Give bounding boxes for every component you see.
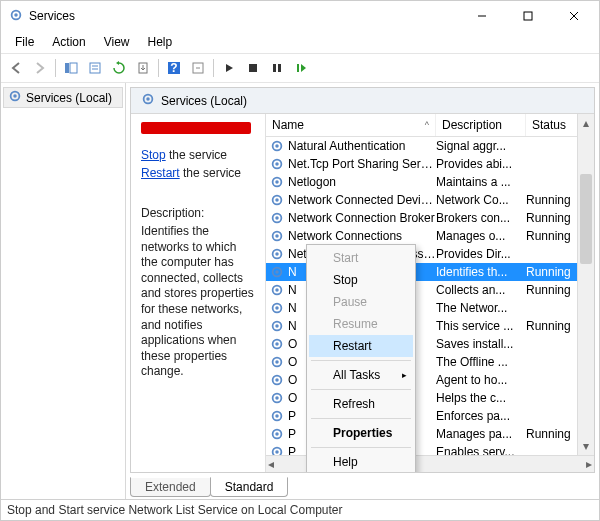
ctx-stop[interactable]: Stop [309,269,413,291]
cell-description: Maintains a ... [436,175,526,189]
svg-point-26 [275,162,279,166]
gear-icon [270,193,284,207]
action-button[interactable] [187,57,209,79]
tab-standard[interactable]: Standard [210,477,289,497]
svg-point-54 [275,414,279,418]
svg-point-50 [275,378,279,382]
table-row[interactable]: Network Connection BrokerBrokers con...R… [266,209,594,227]
ctx-help[interactable]: Help [309,451,413,472]
svg-point-1 [14,13,18,17]
svg-point-52 [275,396,279,400]
svg-rect-3 [524,12,532,20]
svg-point-32 [275,216,279,220]
ctx-all-tasks[interactable]: All Tasks▸ [309,364,413,386]
view-tabs: Extended Standard [126,477,599,499]
sort-indicator-icon: ^ [425,120,429,130]
ctx-refresh[interactable]: Refresh [309,393,413,415]
gear-icon [270,265,284,279]
ctx-properties[interactable]: Properties [309,422,413,444]
gear-icon [270,391,284,405]
menu-file[interactable]: File [7,33,42,51]
cell-description: Manages pa... [436,427,526,441]
svg-point-38 [275,270,279,274]
table-row[interactable]: Network Connected Device...Network Co...… [266,191,594,209]
svg-rect-15 [249,64,257,72]
cell-name: Netlogon [288,175,436,189]
svg-point-36 [275,252,279,256]
titlebar: Services [1,1,599,31]
minimize-button[interactable] [459,1,505,31]
scroll-thumb[interactable] [580,174,592,264]
gear-icon [8,89,22,106]
status-bar: Stop and Start service Network List Serv… [1,499,599,520]
selected-service-name [141,122,251,134]
table-row[interactable]: NetlogonMaintains a ... [266,173,594,191]
scroll-up-icon: ▴ [583,116,589,130]
description-text: Identifies the networks to which the com… [141,224,255,380]
tab-extended[interactable]: Extended [130,477,211,497]
column-name[interactable]: Name ^ [266,114,436,136]
gear-icon [270,211,284,225]
close-button[interactable] [551,1,597,31]
restart-suffix: the service [180,166,241,180]
scroll-left-icon: ◂ [268,457,274,471]
scroll-right-icon: ▸ [586,457,592,471]
cell-name: Network Connected Device... [288,193,436,207]
ctx-start[interactable]: Start [309,247,413,269]
toolbar-separator [55,59,56,77]
tree-item-services-local[interactable]: Services (Local) [3,87,123,108]
forward-button[interactable] [29,57,51,79]
svg-rect-7 [70,63,77,73]
menu-view[interactable]: View [96,33,138,51]
ctx-resume[interactable]: Resume [309,313,413,335]
table-row[interactable]: Net.Tcp Port Sharing ServiceProvides abi… [266,155,594,173]
cell-description: This service ... [436,319,526,333]
menu-action[interactable]: Action [44,33,93,51]
svg-point-48 [275,360,279,364]
gear-icon [270,283,284,297]
cell-description: Signal aggr... [436,139,526,153]
vertical-scrollbar[interactable]: ▴ ▾ [577,114,594,455]
back-button[interactable] [5,57,27,79]
cell-description: The Offline ... [436,355,526,369]
gear-icon [270,175,284,189]
table-row[interactable]: Network ConnectionsManages o...Running [266,227,594,245]
gear-icon [270,301,284,315]
ctx-separator [311,389,411,390]
maximize-button[interactable] [505,1,551,31]
stop-link[interactable]: Stop [141,148,166,162]
column-description[interactable]: Description [436,114,526,136]
service-list: Name ^ Description Status Natural Authen… [265,114,594,472]
toolbar: ? [1,53,599,83]
gear-icon [270,157,284,171]
pause-service-button[interactable] [266,57,288,79]
cell-description: Network Co... [436,193,526,207]
export-button[interactable] [132,57,154,79]
ctx-pause[interactable]: Pause [309,291,413,313]
restart-link[interactable]: Restart [141,166,180,180]
gear-icon [270,319,284,333]
show-hide-tree-button[interactable] [60,57,82,79]
menu-help[interactable]: Help [140,33,181,51]
restart-service-button[interactable] [290,57,312,79]
panel-title: Services (Local) [161,94,247,108]
svg-rect-8 [90,63,100,73]
cell-description: Enables serv... [436,445,526,455]
cell-description: Provides Dir... [436,247,526,261]
gear-icon [270,247,284,261]
properties-button[interactable] [84,57,106,79]
help-button[interactable]: ? [163,57,185,79]
refresh-button[interactable] [108,57,130,79]
svg-rect-6 [65,63,69,73]
cell-description: Collects an... [436,283,526,297]
description-label: Description: [141,206,255,220]
toolbar-separator [213,59,214,77]
table-row[interactable]: Natural AuthenticationSignal aggr... [266,137,594,155]
stop-service-button[interactable] [242,57,264,79]
toolbar-separator [158,59,159,77]
gear-icon [270,445,284,455]
start-service-button[interactable] [218,57,240,79]
ctx-restart[interactable]: Restart [309,335,413,357]
ctx-separator [311,418,411,419]
svg-point-46 [275,342,279,346]
